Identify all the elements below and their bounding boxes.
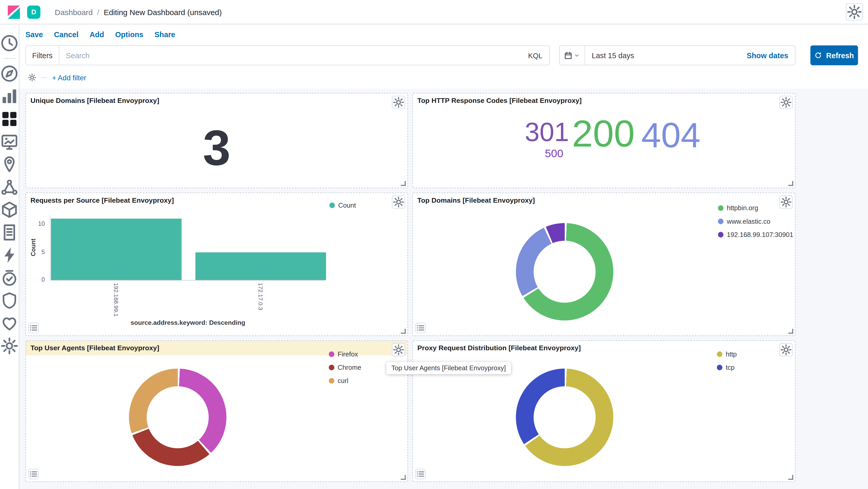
save-button[interactable]: Save: [26, 30, 43, 38]
legend-item-192.168.99.107:30901[interactable]: 192.168.99.107:30901: [718, 231, 794, 238]
refresh-button[interactable]: Refresh: [810, 45, 858, 65]
bar-172.17.0.3[interactable]: [195, 252, 326, 280]
legend-item-Firefox[interactable]: Firefox: [329, 350, 361, 358]
compass-icon: [0, 64, 19, 83]
donut-top-domains[interactable]: [516, 223, 613, 320]
gear-icon: [393, 96, 405, 108]
share-button[interactable]: Share: [154, 30, 175, 38]
resize-handle[interactable]: [401, 329, 406, 334]
donut-top-user-agents[interactable]: [129, 369, 226, 466]
legend-dot: [718, 232, 723, 237]
sidebar-item-discover[interactable]: [0, 62, 19, 85]
query-language-button[interactable]: KQL: [521, 46, 549, 65]
panel-gear-button[interactable]: [392, 343, 405, 357]
add-button[interactable]: Add: [90, 30, 104, 38]
sidebar-item-logs[interactable]: [0, 221, 19, 243]
tag-500[interactable]: 500: [545, 148, 563, 159]
resize-handle[interactable]: [401, 181, 406, 186]
chart-legend: FirefoxChromecurl: [329, 350, 361, 385]
panel-gear-button[interactable]: [779, 343, 793, 357]
legend-item-tcp[interactable]: tcp: [717, 363, 737, 371]
calendar-icon: [564, 51, 572, 60]
search-input[interactable]: [59, 46, 522, 65]
cancel-button[interactable]: Cancel: [54, 30, 79, 38]
panel-title: Unique Domains [Filebeat Envoyproxy]: [30, 97, 159, 105]
legend-toggle-button[interactable]: [28, 323, 39, 333]
legend-toggle-button[interactable]: [415, 469, 426, 479]
panel-title-tooltip: Top User Agents [Filebeat Envoyproxy]: [386, 362, 511, 374]
sidebar-item-recently-viewed[interactable]: [0, 31, 19, 54]
chevron-down-icon: [574, 52, 580, 59]
panel-header[interactable]: Unique Domains [Filebeat Envoyproxy]: [26, 94, 407, 108]
resize-handle[interactable]: [788, 329, 793, 334]
legend-label: Firefox: [338, 350, 358, 358]
breadcrumb-dashboard[interactable]: Dashboard: [55, 7, 93, 17]
breadcrumb: Dashboard / Editing New Dashboard (unsav…: [55, 7, 222, 17]
legend-item-http[interactable]: http: [717, 350, 737, 358]
panel-gear-button[interactable]: [392, 96, 405, 109]
tag-301[interactable]: 301: [525, 119, 569, 145]
clock-icon: [0, 34, 19, 52]
legend-label: tcp: [725, 363, 735, 371]
filter-options-gear-icon[interactable]: [28, 73, 37, 82]
sidebar-item-uptime[interactable]: [0, 266, 19, 289]
sidebar-item-machine-learning[interactable]: [0, 175, 19, 198]
panel-header[interactable]: Proxy Request Distribution [Filebeat Env…: [413, 341, 795, 355]
sidebar-item-management[interactable]: [0, 334, 19, 357]
sidebar-item-maps[interactable]: [0, 153, 19, 175]
time-range-value[interactable]: Last 15 days: [585, 51, 634, 60]
tag-200[interactable]: 200: [572, 115, 635, 152]
panel-title: Proxy Request Distribution [Filebeat Env…: [417, 344, 581, 352]
refresh-icon: [814, 52, 822, 59]
sidebar-item-stack-monitoring[interactable]: [0, 312, 19, 334]
date-picker: Last 15 days Show dates: [559, 45, 796, 65]
show-dates-button[interactable]: Show dates: [747, 51, 795, 60]
panel-gear-button[interactable]: [392, 195, 405, 209]
gear-icon: [780, 96, 792, 108]
sidebar-divider: [3, 58, 16, 59]
options-button[interactable]: Options: [115, 30, 144, 38]
legend-item-www.elastic.co[interactable]: www.elastic.co: [718, 218, 794, 225]
x-tick-label[interactable]: 192.168.99.1: [113, 283, 120, 317]
panel-unique-domains: Unique Domains [Filebeat Envoyproxy] 3: [26, 93, 408, 188]
legend-item-Count[interactable]: Count: [329, 201, 356, 209]
y-axis-line: [50, 216, 51, 280]
map-pin-icon: [0, 155, 19, 173]
legend-item-Chrome[interactable]: Chrome: [329, 363, 361, 371]
panel-gear-button[interactable]: [779, 195, 793, 209]
nodes-icon: [0, 177, 19, 196]
donut-proxy-request-distribution[interactable]: [516, 369, 613, 466]
filters-button[interactable]: Filters: [26, 46, 59, 65]
metric-value: 3: [26, 108, 407, 188]
panel-title: Top User Agents [Filebeat Envoyproxy]: [30, 344, 159, 352]
cube-icon: [0, 200, 19, 219]
legend-item-curl[interactable]: curl: [329, 377, 361, 385]
space-badge[interactable]: D: [27, 5, 40, 19]
legend-toggle-button[interactable]: [415, 323, 426, 333]
x-tick-label[interactable]: 172.17.0.3: [257, 283, 264, 310]
panel-gear-button[interactable]: [779, 96, 793, 109]
legend-dot: [329, 365, 334, 370]
breadcrumb-current: Editing New Dashboard (unsaved): [104, 7, 222, 17]
resize-handle[interactable]: [788, 475, 793, 480]
resize-handle[interactable]: [788, 181, 793, 186]
sidebar-item-siem[interactable]: [0, 289, 19, 312]
header-settings-button[interactable]: [846, 3, 863, 21]
sidebar-item-canvas[interactable]: [0, 130, 19, 153]
tag-404[interactable]: 404: [641, 118, 701, 153]
kibana-logo-icon[interactable]: [7, 5, 21, 19]
filter-divider: [41, 77, 48, 78]
panel-title: Top Domains [Filebeat Envoyproxy]: [417, 196, 535, 204]
sidebar-item-infrastructure[interactable]: [0, 198, 19, 221]
canvas-icon: [0, 132, 19, 151]
bar-192.168.99.1[interactable]: [51, 219, 182, 280]
legend-toggle-button[interactable]: [28, 469, 39, 479]
add-filter-button[interactable]: + Add filter: [52, 73, 86, 82]
sidebar-item-visualize[interactable]: [0, 85, 19, 107]
gear-icon: [780, 344, 792, 356]
gear-icon: [393, 344, 405, 356]
resize-handle[interactable]: [401, 475, 406, 480]
calendar-button[interactable]: [560, 46, 585, 65]
sidebar-item-apm[interactable]: [0, 243, 19, 266]
sidebar-item-dashboard[interactable]: [0, 107, 19, 130]
